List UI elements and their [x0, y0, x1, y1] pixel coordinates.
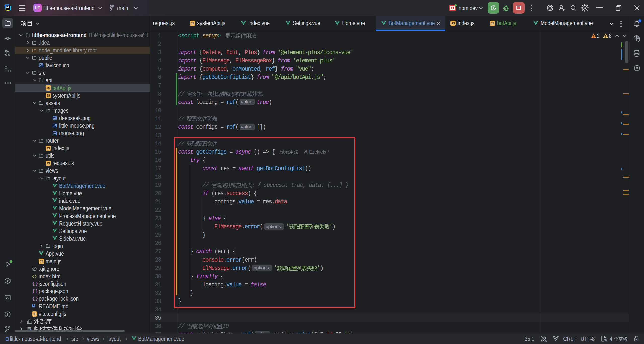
svg-text:WS: WS: [6, 6, 10, 8]
